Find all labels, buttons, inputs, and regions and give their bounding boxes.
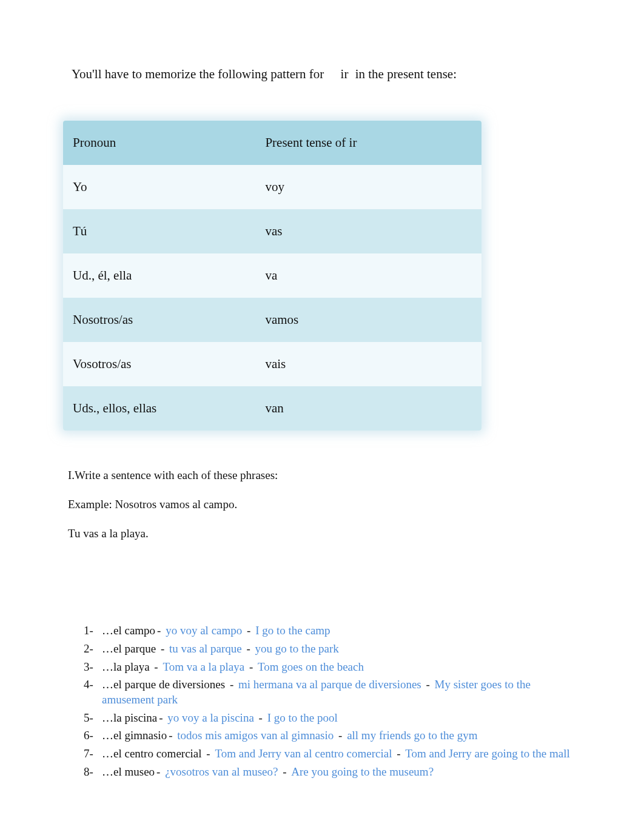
ellipsis: … [102,660,113,673]
answer-en: Are you going to the museum? [291,765,434,778]
separator: - [206,747,213,760]
instructions-line-3: Tu vas a la playa. [68,523,608,545]
ellipsis: … [102,729,113,742]
list-item: 5- …la piscina- yo voy a la piscina - I … [84,711,608,726]
item-prompt: el parque de diversiones [113,678,228,691]
item-content: …el parque - tu vas al parque - you go t… [102,642,608,657]
item-prompt: la piscina [113,711,157,724]
ellipsis: … [102,642,113,655]
ellipsis: … [102,747,113,760]
cell-form: va [255,253,481,298]
list-item: 8- …el museo- ¿vosotros van al museo? - … [84,765,608,780]
item-content: …el gimnasio- todos mis amigos van al gi… [102,728,608,743]
answer-es: mi hermana va al parque de diversiones [238,678,424,691]
item-prompt: el gimnasio [113,729,167,742]
answer-en: I go to the pool [267,711,338,724]
item-number: 4- [84,677,102,692]
answer-en: Tom goes on the beach [258,660,364,673]
intro-after: in the present tense: [355,67,457,81]
page: You'll have to memorize the following pa… [0,0,644,835]
answer-es: yo voy al campo [166,624,242,637]
table-header-row: Pronoun Present tense of ir [63,121,481,165]
header-form: Present tense of ir [255,121,481,165]
separator: - [256,711,266,724]
table-row: Tú vas [63,209,481,253]
header-pronoun: Pronoun [63,121,255,165]
instructions-block: I.Write a sentence with each of these ph… [59,464,608,545]
conjugation-table: Pronoun Present tense of ir Yo voy Tú va… [63,121,481,431]
separator: - [283,765,289,778]
ellipsis: … [102,678,113,691]
list-item: 1- …el campo- yo voy al campo - I go to … [84,623,608,639]
answer-es: Tom va a la playa [163,660,244,673]
cell-form: van [255,386,481,431]
list-item: 7- …el centro comercial - Tom and Jerry … [84,746,608,762]
cell-pronoun: Nosotros/as [63,298,255,342]
cell-pronoun: Yo [63,165,255,209]
table-row: Nosotros/as vamos [63,298,481,342]
cell-form: vas [255,209,481,253]
separator: - [397,747,403,760]
answer-en: I go to the camp [255,624,330,637]
item-number: 7- [84,746,102,762]
separator: - [156,765,163,778]
cell-pronoun: Tú [63,209,255,253]
list-item: 4- …el parque de diversiones - mi herman… [84,677,608,707]
item-prompt: el museo [113,765,155,778]
answer-es: tu vas al parque [169,642,245,655]
item-prompt: el parque [113,642,159,655]
item-prompt: la playa [113,660,152,673]
cell-pronoun: Ud., él, ella [63,253,255,298]
separator: - [154,660,161,673]
separator: - [244,624,253,637]
item-prompt: el campo [113,624,155,637]
item-number: 2- [84,642,102,657]
separator: - [246,660,256,673]
table-row: Yo voy [63,165,481,209]
item-number: 3- [84,660,102,675]
answer-es: Tom and Jerry van al centro comercial [215,747,395,760]
item-content: …la piscina- yo voy a la piscina - I go … [102,711,608,726]
item-number: 6- [84,728,102,743]
table-row: Ud., él, ella va [63,253,481,298]
separator: - [157,624,164,637]
intro-before: You'll have to memorize the following pa… [72,67,324,81]
answer-en: you go to the park [255,642,339,655]
item-number: 5- [84,711,102,726]
separator: - [169,729,175,742]
intro-verb: ir [341,67,349,82]
answer-es: yo voy a la piscina [167,711,253,724]
cell-pronoun: Vosotros/as [63,342,255,386]
cell-pronoun: Uds., ellos, ellas [63,386,255,431]
item-prompt: el centro comercial [113,747,204,760]
answer-es: ¿vosotros van al museo? [165,765,281,778]
intro-sentence: You'll have to memorize the following pa… [59,67,608,82]
answer-en: Tom and Jerry are going to the mall [405,747,569,760]
separator: - [159,711,166,724]
separator: - [335,729,345,742]
item-content: …el campo- yo voy al campo - I go to the… [102,623,608,639]
separator: - [161,642,167,655]
item-content: …el museo- ¿vosotros van al museo? - Are… [102,765,608,780]
answer-en: all my friends go to the gym [347,729,477,742]
item-content: …el parque de diversiones - mi hermana v… [102,677,608,707]
separator: - [426,678,433,691]
table-row: Uds., ellos, ellas van [63,386,481,431]
item-number: 8- [84,765,102,780]
separator: - [247,642,253,655]
separator: - [230,678,236,691]
ellipsis: … [102,765,113,778]
item-content: …el centro comercial - Tom and Jerry van… [102,746,608,762]
ellipsis: … [102,711,113,724]
list-item: 6- …el gimnasio- todos mis amigos van al… [84,728,608,743]
list-item: 3- …la playa - Tom va a la playa - Tom g… [84,660,608,675]
instructions-line-1: I.Write a sentence with each of these ph… [68,464,608,486]
answer-es: todos mis amigos van al gimnasio [177,729,334,742]
item-content: …la playa - Tom va a la playa - Tom goes… [102,660,608,675]
table-row: Vosotros/as vais [63,342,481,386]
item-number: 1- [84,623,102,639]
cell-form: voy [255,165,481,209]
list-item: 2- …el parque - tu vas al parque - you g… [84,642,608,657]
exercise-list: 1- …el campo- yo voy al campo - I go to … [59,623,608,779]
instructions-line-2: Example: Nosotros vamos al campo. [68,494,608,515]
